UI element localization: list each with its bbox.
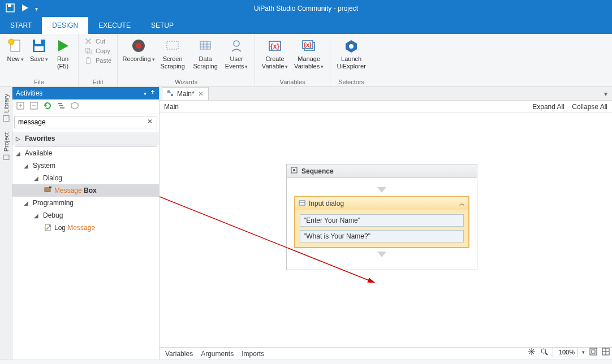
svg-line-55 <box>545 353 548 355</box>
manage-variables-button[interactable]: {x} Manage Variables▾ <box>292 35 325 71</box>
svg-text:{x}: {x} <box>270 42 279 50</box>
design-canvas[interactable]: Sequence Input dialog ︽ <box>160 113 612 347</box>
status-bar: ▾ <box>528 346 610 358</box>
activities-toolbar <box>12 99 159 114</box>
user-events-button[interactable]: User Events▾ <box>223 35 250 71</box>
collapse-activity-icon[interactable]: ︽ <box>459 200 465 207</box>
footer <box>0 359 612 364</box>
create-variable-button[interactable]: {x} Create Variable▾ <box>260 35 290 71</box>
messagebox-icon <box>44 186 52 196</box>
designer-area: Main* ✕ ▾ Main Expand All Collapse All S… <box>160 87 612 359</box>
ribbon-group-edit: Cut Copy Paste Edit <box>79 34 118 86</box>
collapse-icon[interactable] <box>29 101 38 112</box>
collapse-all-link[interactable]: Collapse All <box>572 103 607 111</box>
svg-rect-7 <box>35 46 44 51</box>
overview-icon[interactable] <box>602 348 610 357</box>
ribbon-group-label: Selectors <box>338 79 364 86</box>
zoom-dropdown-icon[interactable]: ▾ <box>582 349 585 355</box>
activities-search[interactable]: ✕ <box>14 116 157 128</box>
svg-rect-11 <box>87 58 90 64</box>
input-dialog-activity[interactable]: Input dialog ︽ <box>294 196 469 248</box>
document-tab-main[interactable]: Main* ✕ <box>162 87 209 100</box>
new-icon <box>7 37 24 54</box>
pin-icon[interactable] <box>150 89 156 97</box>
zoom-input[interactable] <box>553 347 577 357</box>
input-dialog-title-field[interactable] <box>300 214 464 227</box>
svg-rect-30 <box>3 155 9 159</box>
drop-target-icon[interactable] <box>377 252 386 257</box>
record-icon <box>130 37 147 54</box>
breadcrumb-bar: Main Expand All Collapse All <box>160 101 612 113</box>
svg-point-28 <box>349 44 354 49</box>
tree-available[interactable]: ◢Available <box>12 147 159 159</box>
window-title: UiPath Studio Community - project <box>254 5 358 12</box>
svg-rect-1 <box>8 4 11 7</box>
imports-tab[interactable]: Imports <box>242 350 264 358</box>
tab-execute[interactable]: EXECUTE <box>88 17 141 34</box>
svg-rect-42 <box>49 187 51 188</box>
save-icon[interactable] <box>6 3 15 14</box>
side-tab-strip: Library Project <box>0 87 12 359</box>
workspace: Library Project Activities ▾ ✕ ▷Favorite… <box>0 87 612 359</box>
svg-line-44 <box>46 227 49 229</box>
menu-bar: START DESIGN EXECUTE SETUP <box>0 17 612 34</box>
tree-icon[interactable] <box>57 101 66 112</box>
tabs-dropdown-icon[interactable]: ▾ <box>600 90 612 98</box>
fit-screen-icon[interactable] <box>589 348 597 357</box>
tree-system[interactable]: ◢System <box>12 159 159 172</box>
tree-favorites[interactable]: ▷Favorites <box>12 132 159 145</box>
recording-button[interactable]: Recording▾ <box>122 35 155 63</box>
save-disk-icon <box>31 37 48 54</box>
svg-rect-41 <box>45 188 50 192</box>
svg-rect-56 <box>590 348 597 355</box>
launch-uiexplorer-button[interactable]: Launch UiExplorer <box>335 35 368 70</box>
copy-button[interactable]: Copy <box>84 47 111 55</box>
ribbon-group-label: Edit <box>93 79 104 86</box>
pan-icon[interactable] <box>528 348 536 357</box>
tab-start[interactable]: START <box>0 17 42 34</box>
zoom-reset-icon[interactable] <box>540 348 548 357</box>
breadcrumb-main[interactable]: Main <box>164 103 179 111</box>
tab-design[interactable]: DESIGN <box>42 17 88 34</box>
sequence-header[interactable]: Sequence <box>287 164 477 178</box>
tree-debug[interactable]: ◢Debug <box>12 209 159 222</box>
close-tab-icon[interactable]: ✕ <box>198 90 204 98</box>
cut-button[interactable]: Cut <box>84 37 111 45</box>
clear-search-icon[interactable]: ✕ <box>147 118 155 125</box>
project-tab[interactable]: Project <box>2 129 11 164</box>
panel-menu-icon[interactable]: ▾ <box>144 90 146 97</box>
qat-dropdown-icon[interactable]: ▾ <box>35 6 38 12</box>
expand-icon[interactable] <box>16 101 25 112</box>
tab-setup[interactable]: SETUP <box>141 17 184 34</box>
run-icon[interactable] <box>20 3 29 14</box>
ribbon-group-label: Variables <box>280 79 305 86</box>
save-button[interactable]: Save▾ <box>28 35 50 63</box>
new-button[interactable]: New▾ <box>5 35 26 63</box>
svg-rect-16 <box>200 41 210 49</box>
expand-all-link[interactable]: Expand All <box>532 103 564 111</box>
search-input[interactable] <box>14 116 157 128</box>
screen-scraping-button[interactable]: Screen Scraping <box>157 35 188 70</box>
ribbon-group-variables: {x} Create Variable▾ {x} Manage Variable… <box>255 34 330 86</box>
tree-dialog[interactable]: ◢Dialog <box>12 172 159 184</box>
refresh-icon[interactable] <box>43 101 52 112</box>
package-icon[interactable] <box>70 101 79 112</box>
play-icon <box>54 37 71 54</box>
drop-target-icon[interactable] <box>377 187 386 193</box>
sequence-activity[interactable]: Sequence Input dialog ︽ <box>286 164 477 270</box>
svg-rect-29 <box>3 116 9 122</box>
library-tab[interactable]: Library <box>2 90 11 125</box>
run-button[interactable]: Run (F5) <box>52 35 74 70</box>
ribbon-group-label: File <box>34 79 44 86</box>
data-scraping-button[interactable]: Data Scraping <box>190 35 221 70</box>
variables-tab[interactable]: Variables <box>165 350 193 358</box>
svg-rect-6 <box>35 40 41 44</box>
tree-programming[interactable]: ◢Programming <box>12 197 159 209</box>
paste-button[interactable]: Paste <box>84 57 111 64</box>
input-dialog-label-field[interactable] <box>300 230 464 242</box>
svg-marker-36 <box>45 104 47 107</box>
ribbon-group-file: New▾ Save▾ Run (F5) File <box>0 34 79 86</box>
arguments-tab[interactable]: Arguments <box>201 350 234 358</box>
tree-messagebox[interactable]: Message Box <box>12 184 159 197</box>
tree-logmessage[interactable]: Log Message <box>12 222 159 234</box>
